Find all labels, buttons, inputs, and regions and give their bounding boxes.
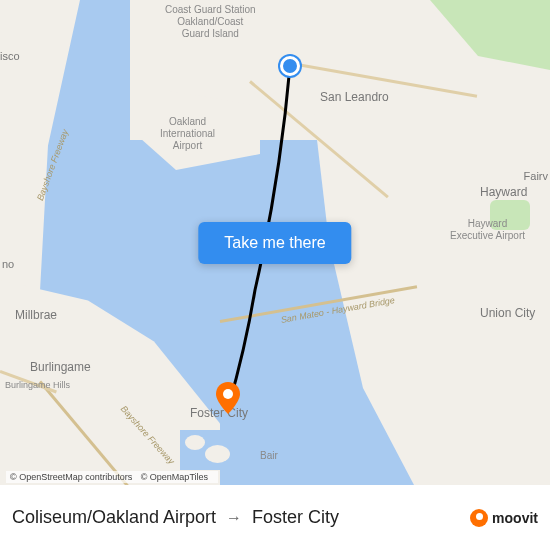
feature-label-partial: Bair — [260, 450, 278, 462]
svg-point-0 — [223, 389, 233, 399]
moovit-brand-text: moovit — [492, 510, 538, 526]
feature-label-hills: Burlingame Hills — [5, 380, 70, 391]
city-label-partial: Fairv — [524, 170, 548, 182]
feature-label-oak-airport: Oakland International Airport — [160, 116, 215, 152]
city-label-hayward: Hayward — [480, 185, 527, 199]
city-label-partial: isco — [0, 50, 20, 62]
moovit-logo[interactable]: moovit — [470, 509, 538, 527]
feature-label-coast-guard: Coast Guard Station Oakland/Coast Guard … — [165, 4, 256, 40]
city-label-burlingame: Burlingame — [30, 360, 91, 374]
map-canvas[interactable]: San Leandro Hayward Union City Burlingam… — [0, 0, 550, 485]
map-attribution: © OpenStreetMap contributors © OpenMapTi… — [6, 471, 218, 483]
city-label-san-leandro: San Leandro — [320, 90, 389, 104]
attribution-omt[interactable]: © OpenMapTiles — [141, 472, 208, 482]
marker-destination[interactable] — [216, 382, 240, 414]
route-footer: Coliseum/Oakland Airport → Foster City m… — [0, 485, 550, 550]
feature-label-hayward-airport: Hayward Executive Airport — [450, 218, 525, 242]
attribution-osm[interactable]: © OpenStreetMap contributors — [10, 472, 132, 482]
moovit-icon — [470, 509, 488, 527]
islands — [180, 430, 240, 470]
city-label-millbrae: Millbrae — [15, 308, 57, 322]
route-destination-label: Foster City — [252, 507, 339, 528]
arrow-icon: → — [226, 509, 242, 527]
marker-origin[interactable] — [280, 56, 300, 76]
pin-icon — [216, 382, 240, 414]
route-origin-label: Coliseum/Oakland Airport — [12, 507, 216, 528]
city-label-union-city: Union City — [480, 306, 535, 320]
take-me-there-button[interactable]: Take me there — [198, 222, 351, 264]
city-label-partial: no — [2, 258, 14, 270]
